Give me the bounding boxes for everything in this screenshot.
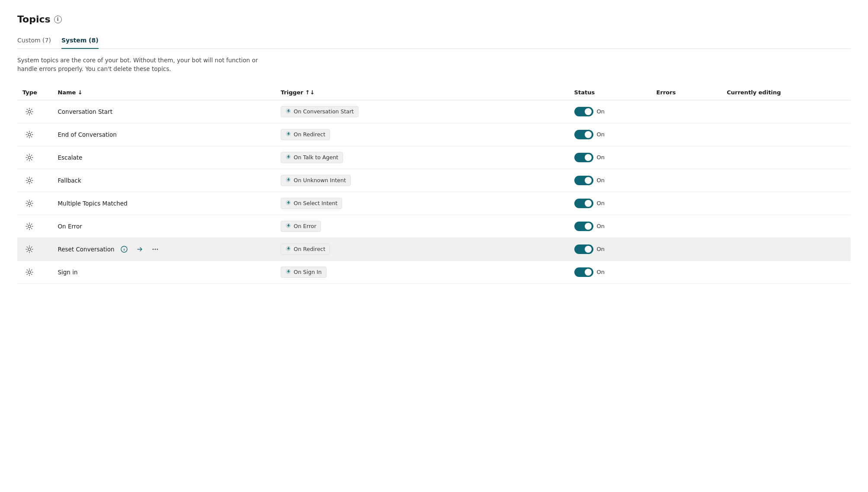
status-toggle[interactable] (574, 199, 593, 208)
table-row[interactable]: Reset Conversation On Redirect (17, 238, 851, 260)
table-row[interactable]: Fallback On Unknown Intent On (17, 169, 851, 192)
table-row[interactable]: Sign in On Sign In On (17, 260, 851, 283)
row-actions (118, 243, 161, 255)
row-name-cell: End of Conversation (52, 123, 275, 146)
table-header-row: Type Name ↓ Trigger ↑↓ Status Errors Cur… (17, 86, 851, 100)
status-label: On (597, 269, 605, 275)
row-errors-cell (651, 100, 722, 123)
trigger-badge: On Error (281, 221, 321, 232)
table-row[interactable]: On Error On Error On (17, 215, 851, 238)
row-trigger-cell: On Unknown Intent (275, 169, 569, 192)
trigger-badge: On Sign In (281, 267, 327, 278)
table-row[interactable]: Multiple Topics Matched On Select Intent… (17, 192, 851, 215)
status-toggle[interactable] (574, 130, 593, 139)
row-type-cell (17, 238, 52, 260)
table-row[interactable]: End of Conversation On Redirect On (17, 123, 851, 146)
col-header-name[interactable]: Name ↓ (52, 86, 275, 100)
row-editing-cell (721, 215, 851, 238)
topic-name: Escalate (58, 154, 82, 161)
topic-type-icon (22, 196, 36, 210)
trigger-badge: On Redirect (281, 244, 330, 255)
topic-type-icon (22, 219, 36, 233)
topic-type-icon (22, 151, 36, 164)
col-header-status: Status (569, 86, 651, 100)
row-type-cell (17, 192, 52, 215)
trigger-label: On Redirect (294, 131, 325, 138)
trigger-badge-icon (285, 246, 291, 253)
topic-type-icon (22, 174, 36, 187)
row-name-cell: Sign in (52, 260, 275, 283)
trigger-badge-icon (285, 200, 291, 207)
row-errors-cell (651, 169, 722, 192)
topic-name: End of Conversation (58, 131, 117, 138)
row-type-cell (17, 260, 52, 283)
toggle-wrapper: On (574, 199, 646, 208)
row-info-button[interactable] (118, 243, 130, 255)
status-toggle[interactable] (574, 267, 593, 277)
row-status-cell: On (569, 100, 651, 123)
row-editing-cell (721, 260, 851, 283)
row-trigger-cell: On Error (275, 215, 569, 238)
row-errors-cell (651, 123, 722, 146)
row-status-cell: On (569, 169, 651, 192)
topic-type-icon (22, 105, 36, 119)
row-name-cell: Fallback (52, 169, 275, 192)
status-toggle[interactable] (574, 222, 593, 231)
status-label: On (597, 131, 605, 138)
trigger-label: On Error (294, 223, 316, 229)
row-type-cell (17, 169, 52, 192)
row-trigger-cell: On Sign In (275, 260, 569, 283)
svg-point-6 (28, 179, 31, 182)
row-redirect-button[interactable] (134, 243, 146, 255)
tab-custom[interactable]: Custom (7) (17, 33, 51, 49)
row-type-cell (17, 123, 52, 146)
trigger-badge: On Talk to Agent (281, 152, 343, 163)
trigger-badge-icon (285, 108, 291, 115)
row-type-cell (17, 146, 52, 169)
row-errors-cell (651, 260, 722, 283)
tab-system[interactable]: System (8) (61, 33, 99, 49)
svg-point-8 (28, 202, 31, 205)
status-label: On (597, 246, 605, 252)
title-info-icon[interactable]: ℹ (54, 16, 62, 23)
trigger-label: On Sign In (294, 269, 322, 275)
row-editing-cell (721, 123, 851, 146)
toggle-wrapper: On (574, 267, 646, 277)
svg-point-16 (152, 248, 154, 250)
row-trigger-cell: On Redirect (275, 238, 569, 260)
topic-name: Multiple Topics Matched (58, 200, 127, 207)
row-status-cell: On (569, 238, 651, 260)
col-header-editing: Currently editing (721, 86, 851, 100)
trigger-label: On Conversation Start (294, 108, 354, 115)
row-more-button[interactable] (149, 243, 161, 255)
topic-type-icon (22, 242, 36, 256)
status-toggle[interactable] (574, 176, 593, 185)
row-status-cell: On (569, 146, 651, 169)
trigger-badge-icon (285, 177, 291, 184)
col-header-trigger[interactable]: Trigger ↑↓ (275, 86, 569, 100)
table-row[interactable]: Conversation Start On Conversation Start… (17, 100, 851, 123)
row-name-cell: Reset Conversation (52, 238, 275, 260)
topic-name: Reset Conversation (58, 246, 114, 253)
row-editing-cell (721, 146, 851, 169)
row-type-cell (17, 100, 52, 123)
svg-point-10 (28, 225, 31, 228)
row-name-cell: Conversation Start (52, 100, 275, 123)
trigger-badge-icon (285, 131, 291, 138)
trigger-badge-icon (285, 223, 291, 230)
row-trigger-cell: On Conversation Start (275, 100, 569, 123)
table-row[interactable]: Escalate On Talk to Agent On (17, 146, 851, 169)
topic-name: Fallback (58, 177, 81, 184)
toggle-wrapper: On (574, 130, 646, 139)
row-status-cell: On (569, 192, 651, 215)
status-toggle[interactable] (574, 244, 593, 254)
toggle-wrapper: On (574, 153, 646, 162)
svg-point-2 (28, 133, 31, 136)
status-toggle[interactable] (574, 153, 593, 162)
svg-point-0 (28, 110, 31, 113)
trigger-badge-icon (285, 269, 291, 276)
status-toggle[interactable] (574, 107, 593, 116)
row-trigger-cell: On Redirect (275, 123, 569, 146)
col-header-type: Type (17, 86, 52, 100)
svg-point-20 (28, 271, 31, 273)
